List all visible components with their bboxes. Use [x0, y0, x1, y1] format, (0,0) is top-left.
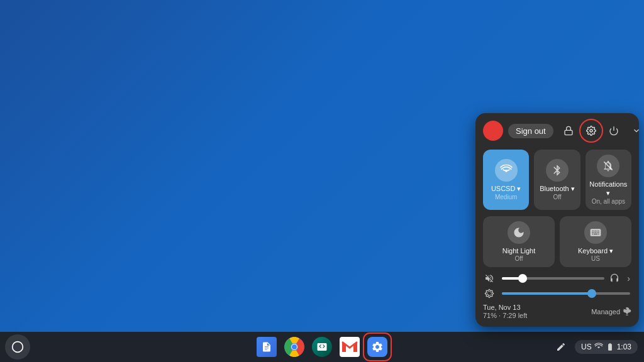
panel-footer: Tue, Nov 13 71% · 7:29 left Managed [483, 304, 631, 319]
wifi-toggle[interactable]: USCSD ▾ Medium [483, 150, 529, 210]
docs-icon [257, 337, 277, 357]
taskbar-app-gmail[interactable] [337, 334, 362, 359]
time-display: 1:03 [617, 343, 631, 351]
notifications-label: Notifications ▾ [589, 180, 628, 198]
keyboard-layout-label: US [581, 343, 592, 351]
brightness-icon [484, 288, 497, 299]
power-button[interactable] [604, 121, 624, 141]
brightness-slider-row [483, 288, 631, 299]
taskbar-app-chrome[interactable] [282, 334, 307, 359]
bluetooth-sublabel: Off [553, 194, 561, 200]
wifi-sublabel: Medium [495, 194, 518, 200]
keyboard-label: Keyboard ▾ [578, 246, 613, 255]
footer-right: Managed [591, 307, 631, 316]
quick-settings-panel: Sign out [475, 113, 639, 327]
bluetooth-icon [546, 159, 569, 182]
settings-taskbar-icon [367, 337, 387, 357]
taskbar: US 1:03 [0, 332, 644, 362]
toggles-row-2: Night Light Off Keyboard ▾ US [483, 216, 631, 267]
gmail-icon [340, 337, 360, 357]
header-icons [558, 121, 644, 141]
toggles-row-1: USCSD ▾ Medium Bluetooth ▾ Off [483, 150, 631, 210]
night-light-toggle[interactable]: Night Light Off [483, 216, 555, 267]
notifications-sublabel: On, all apps [592, 198, 625, 205]
svg-point-1 [590, 129, 592, 132]
user-avatar[interactable] [483, 121, 503, 141]
volume-slider-track[interactable] [502, 277, 604, 280]
brightness-slider-thumb[interactable] [587, 289, 596, 298]
footer-date: Tue, Nov 13 [483, 304, 527, 311]
chrome-icon [284, 337, 304, 357]
settings-button[interactable] [581, 121, 601, 141]
bluetooth-toggle[interactable]: Bluetooth ▾ Off [534, 150, 580, 210]
audio-settings-arrow[interactable]: › [627, 273, 630, 283]
svg-rect-0 [565, 130, 572, 134]
footer-left: Tue, Nov 13 71% · 7:29 left [483, 304, 527, 319]
sign-out-button[interactable]: Sign out [508, 124, 553, 138]
volume-slider-row: › [483, 273, 631, 283]
wifi-label: USCSD ▾ [491, 184, 521, 193]
wifi-tray-icon [594, 343, 603, 351]
headphones-icon [609, 273, 622, 283]
svg-point-4 [13, 342, 23, 353]
notifications-toggle[interactable]: Notifications ▾ On, all apps [586, 150, 631, 210]
brightness-slider-fill [502, 292, 592, 295]
system-tray[interactable]: US 1:03 [575, 340, 638, 354]
taskbar-left [0, 334, 30, 359]
lock-button[interactable] [558, 121, 579, 141]
night-light-icon [508, 221, 530, 244]
managed-label: Managed [591, 308, 620, 315]
desktop: Sign out [0, 0, 644, 362]
svg-point-8 [292, 344, 297, 349]
taskbar-app-settings[interactable] [365, 334, 390, 359]
terminal-icon [312, 337, 332, 357]
battery-tray-icon [606, 343, 614, 351]
launcher-button[interactable] [5, 334, 30, 359]
footer-battery: 71% · 7:29 left [483, 312, 527, 319]
taskbar-app-terminal[interactable] [309, 334, 335, 359]
expand-button[interactable] [626, 121, 644, 141]
taskbar-right: US 1:03 [551, 337, 644, 357]
bluetooth-label: Bluetooth ▾ [540, 184, 575, 193]
pencil-tray-icon[interactable] [551, 337, 571, 357]
wifi-icon [495, 159, 518, 182]
night-light-label: Night Light [502, 246, 536, 255]
managed-icon [623, 307, 631, 316]
keyboard-sublabel: US [591, 255, 600, 262]
taskbar-app-docs[interactable] [254, 334, 279, 359]
taskbar-center [254, 334, 390, 359]
volume-mute-icon [484, 273, 497, 283]
keyboard-icon [584, 221, 607, 244]
panel-header: Sign out [483, 121, 631, 141]
notifications-icon [597, 155, 619, 177]
keyboard-toggle[interactable]: Keyboard ▾ US [560, 216, 631, 267]
night-light-sublabel: Off [514, 255, 523, 262]
brightness-slider-track[interactable] [502, 292, 630, 295]
volume-slider-thumb[interactable] [518, 274, 527, 283]
